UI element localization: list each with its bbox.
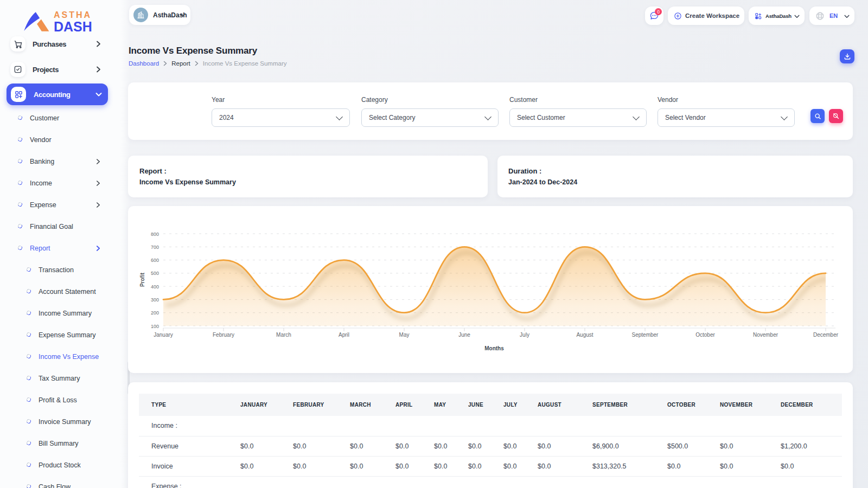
- svg-text:August: August: [576, 332, 593, 338]
- svg-text:December: December: [813, 332, 839, 338]
- svg-text:September: September: [632, 332, 659, 338]
- svg-text:Profit: Profit: [139, 272, 145, 287]
- svg-text:June: June: [458, 332, 470, 338]
- svg-text:400: 400: [151, 284, 159, 290]
- svg-text:April: April: [339, 332, 349, 338]
- svg-text:100: 100: [151, 324, 159, 329]
- svg-text:May: May: [399, 332, 410, 338]
- svg-text:July: July: [520, 332, 529, 338]
- svg-text:300: 300: [151, 297, 159, 303]
- svg-text:Months: Months: [484, 345, 504, 351]
- svg-text:January: January: [154, 332, 173, 338]
- svg-text:November: November: [753, 332, 778, 338]
- svg-text:800: 800: [151, 232, 159, 237]
- svg-text:200: 200: [151, 310, 159, 316]
- svg-text:March: March: [276, 332, 291, 338]
- svg-text:600: 600: [151, 258, 159, 263]
- svg-text:700: 700: [151, 245, 159, 250]
- svg-text:February: February: [213, 332, 234, 338]
- svg-text:500: 500: [151, 271, 159, 276]
- svg-text:October: October: [695, 332, 715, 338]
